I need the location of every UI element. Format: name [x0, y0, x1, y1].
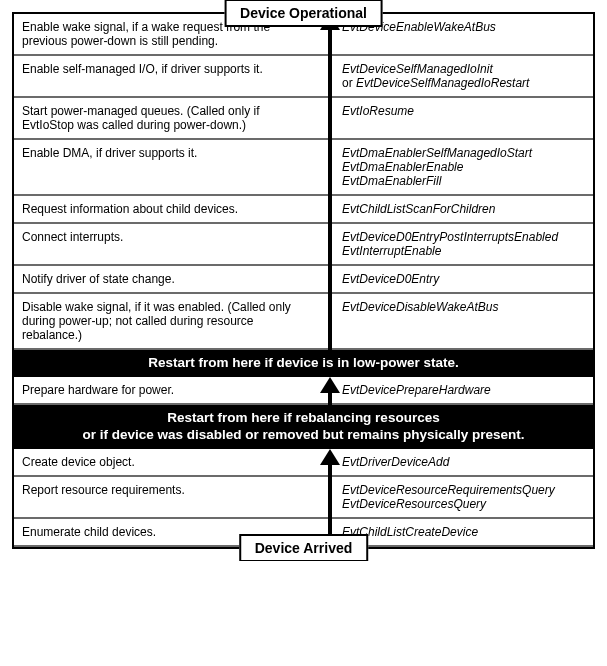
callback-name: EvtDeviceResourceRequirementsQuery: [342, 483, 585, 497]
callback-name: EvtDeviceSelfManagedIoInit: [342, 62, 585, 76]
step-description: Connect interrupts.: [14, 224, 334, 264]
restart-bar-rebalance-line: or if device was disabled or removed but…: [20, 427, 587, 444]
step-description: Enable self-managed I/O, if driver suppo…: [14, 56, 334, 96]
callback-names: EvtIoResume: [334, 98, 593, 138]
callback-name: EvtInterruptEnable: [342, 244, 585, 258]
callback-name: EvtIoResume: [342, 104, 585, 118]
callback-name: EvtDeviceResourcesQuery: [342, 497, 585, 511]
callback-name: EvtDevicePrepareHardware: [342, 383, 585, 397]
diagram-frame: Device Operational Enable wake signal, i…: [12, 12, 595, 549]
callback-names: EvtDeviceResourceRequirementsQueryEvtDev…: [334, 477, 593, 517]
section-upper: Enable wake signal, if a wake request fr…: [14, 14, 593, 350]
step-description: Start power-managed queues. (Called only…: [14, 98, 334, 138]
title-top-text: Device Operational: [240, 5, 367, 21]
callback-names: EvtDeviceD0EntryPostInterruptsEnabledEvt…: [334, 224, 593, 264]
callback-names: EvtDeviceD0Entry: [334, 266, 593, 292]
callback-names: EvtDeviceDisableWakeAtBus: [334, 294, 593, 348]
callback-name: EvtDriverDeviceAdd: [342, 455, 585, 469]
restart-bar-low-power-text: Restart from here if device is in low-po…: [148, 355, 459, 370]
restart-bar-low-power: Restart from here if device is in low-po…: [14, 350, 593, 377]
callback-name: EvtDeviceDisableWakeAtBus: [342, 300, 585, 314]
table-row: Notify driver of state change.EvtDeviceD…: [14, 266, 593, 294]
step-description: Prepare hardware for power.: [14, 377, 334, 403]
callback-name: EvtDeviceD0Entry: [342, 272, 585, 286]
step-description: Enable DMA, if driver supports it.: [14, 140, 334, 194]
callback-name: EvtChildListScanForChildren: [342, 202, 585, 216]
callback-name: EvtChildListCreateDevice: [342, 525, 585, 539]
restart-bar-rebalance-line: Restart from here if rebalancing resourc…: [20, 410, 587, 427]
step-description: Create device object.: [14, 449, 334, 475]
callback-name: EvtDmaEnablerEnable: [342, 160, 585, 174]
callback-name: EvtDeviceD0EntryPostInterruptsEnabled: [342, 230, 585, 244]
restart-bar-rebalance: Restart from here if rebalancing resourc…: [14, 405, 593, 449]
table-row: Connect interrupts.EvtDeviceD0EntryPostI…: [14, 224, 593, 266]
table-row: Enable DMA, if driver supports it.EvtDma…: [14, 140, 593, 196]
title-bottom-badge: Device Arrived: [239, 534, 369, 561]
or-text: or: [342, 76, 356, 90]
callback-names: EvtDevicePrepareHardware: [334, 377, 593, 403]
callback-names: EvtChildListScanForChildren: [334, 196, 593, 222]
table-row: Report resource requirements.EvtDeviceRe…: [14, 477, 593, 519]
title-top-badge: Device Operational: [224, 0, 383, 27]
section-middle: Prepare hardware for power.EvtDevicePrep…: [14, 377, 593, 405]
table-row: Request information about child devices.…: [14, 196, 593, 224]
callback-name: EvtDmaEnablerFill: [342, 174, 585, 188]
table-row: Prepare hardware for power.EvtDevicePrep…: [14, 377, 593, 405]
step-description: Disable wake signal, if it was enabled. …: [14, 294, 334, 348]
title-bottom-text: Device Arrived: [255, 540, 353, 556]
callback-names: EvtChildListCreateDevice: [334, 519, 593, 545]
section-lower: Create device object.EvtDriverDeviceAddR…: [14, 449, 593, 547]
callback-names: EvtDriverDeviceAdd: [334, 449, 593, 475]
callback-names: EvtDmaEnablerSelfManagedIoStartEvtDmaEna…: [334, 140, 593, 194]
table-row: Disable wake signal, if it was enabled. …: [14, 294, 593, 350]
step-description: Request information about child devices.: [14, 196, 334, 222]
callback-name: or EvtDeviceSelfManagedIoRestart: [342, 76, 585, 90]
step-description: Notify driver of state change.: [14, 266, 334, 292]
table-row: Start power-managed queues. (Called only…: [14, 98, 593, 140]
step-description: Report resource requirements.: [14, 477, 334, 517]
table-row: Enable self-managed I/O, if driver suppo…: [14, 56, 593, 98]
callback-names: EvtDeviceSelfManagedIoInitor EvtDeviceSe…: [334, 56, 593, 96]
table-row: Create device object.EvtDriverDeviceAdd: [14, 449, 593, 477]
callback-name: EvtDmaEnablerSelfManagedIoStart: [342, 146, 585, 160]
